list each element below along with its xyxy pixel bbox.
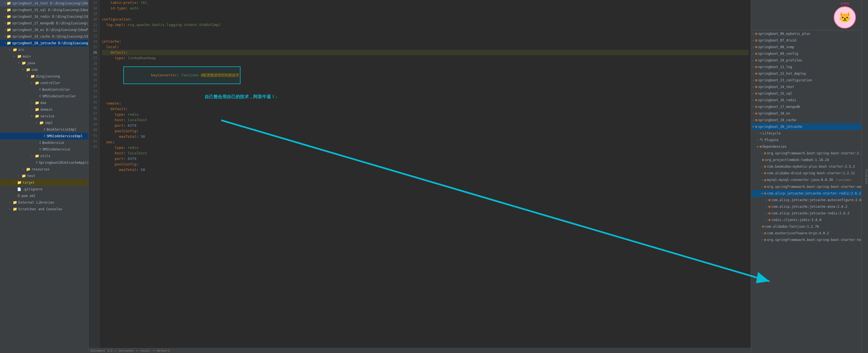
folder-icon: 📁 <box>7 14 11 19</box>
annotation-text: 自己整合用自己的技术，阿里牛逼！↓ <box>205 94 278 100</box>
tree-label: resources <box>32 167 50 172</box>
line-numbers: 17 18 19 20 21 22 23 24 25 26 27 28 29 3… <box>89 0 99 348</box>
dep-kryo[interactable]: › ▦ com.esotericsoftware:kryo:4.0.2 <box>751 230 861 237</box>
arrow-icon <box>35 120 39 126</box>
tree-label: .gitignore <box>22 186 42 192</box>
tree-item-src[interactable]: 📁 src <box>0 47 88 53</box>
dep-fastjson[interactable]: ▦ com.alibaba:fastjson:1.2.76 <box>751 223 861 230</box>
tree-item-com[interactable]: 📁 com <box>0 66 88 73</box>
dep-label: Lifecycle <box>763 130 781 136</box>
dep-springboot14[interactable]: › ▦ springboot_14_test <box>751 84 861 90</box>
maven-panel: 辛苦啦 😾 › ▦ springboot_06_mybatis_plus › ▦… <box>751 0 861 353</box>
tree-item-springboot16[interactable]: 📁 springboot_16_redis D:\DingJiaxiong\Id… <box>0 13 88 20</box>
tree-item-springboot15[interactable]: 📁 springboot_15_sql D:\DingJiaxiong\Idea… <box>0 7 88 13</box>
xml-icon: 🗒 <box>17 193 21 199</box>
tree-item-springboot14[interactable]: 📁 springboot_14_test D:\DingJiaxiong\Ide… <box>0 0 88 7</box>
tree-item-external-libs[interactable]: 📁 External Libraries <box>0 199 88 206</box>
tree-item-springboot20[interactable]: 📁 springboot_20_jetcache D:\DingJiaxiong… <box>0 40 88 47</box>
folder-icon: 📁 <box>35 107 39 112</box>
dep-plugins[interactable]: › 🔌 Plugins <box>751 137 861 143</box>
dep-mysql[interactable]: › ▦ mysql:mysql-connector-java:8.0.30 (r… <box>751 177 861 183</box>
dep-springboot19[interactable]: › ▦ springboot_19_cache <box>751 117 861 123</box>
tree-item-domain[interactable]: 📁 domain <box>0 106 88 113</box>
tree-label: src <box>18 47 24 53</box>
tree-item-bookserviceimpl[interactable]: C BookServiceImpl <box>0 126 88 133</box>
dep-jetcache-anno[interactable]: › ▦ com.alicp.jetcache:jetcache-anno:2.6… <box>751 203 861 210</box>
code-line-28: keyConvertor: fastjson #配置数据类型转换技术 <box>102 61 749 90</box>
tree-label: java <box>27 60 35 66</box>
tree-item-gitignore[interactable]: 📄 .gitignore <box>0 186 88 193</box>
dep-springboot08[interactable]: › ▦ springboot_08_ssmp <box>751 44 861 50</box>
tree-item-dingjiaxiong[interactable]: 📁 dingjiaxiong <box>0 73 88 80</box>
tree-item-dao[interactable]: 📁 dao <box>0 99 88 106</box>
dep-spring-web[interactable]: › ▦ org.springframework.boot:spring-boot… <box>751 183 861 190</box>
tree-item-test[interactable]: 📁 test <box>0 173 88 179</box>
file-tree-panel: 📁 springboot_14_test D:\DingJiaxiong\Ide… <box>0 0 89 353</box>
arrow-icon <box>22 167 25 172</box>
dep-springboot12[interactable]: › ▦ springboot_12_hot_deploy <box>751 70 861 77</box>
code-content[interactable]: table-prefix: tbl_ id-type: auto configu… <box>99 0 751 348</box>
dep-mybatis-plus[interactable]: › ▦ com.baomidou:mybatis-plus-boot-start… <box>751 163 861 170</box>
dep-springboot13[interactable]: › ▦ springboot_13_configuration <box>751 77 861 84</box>
dep-jedis[interactable]: › ▦ redis.clients:jedis:3.8.0 <box>751 216 861 223</box>
arrow-icon <box>4 21 6 26</box>
dep-druid[interactable]: › ▦ com.alibaba:druid-spring-boot-starte… <box>751 170 861 177</box>
tree-item-service[interactable]: 📁 service <box>0 113 88 119</box>
line-num-17: 17 <box>91 0 97 5</box>
code-line-37: maxTotal: 50 <box>102 134 749 140</box>
tree-item-scratches[interactable]: 📁 Scratches and Consoles <box>0 206 88 212</box>
tree-item-smscodeserviceimpl[interactable]: C SMSCodeServiceImpl <box>0 133 88 140</box>
tree-label: Springboot20JetcacheApplicat... <box>39 160 89 166</box>
tree-item-resources[interactable]: 📁 resources <box>0 166 88 173</box>
dep-spring-test[interactable]: › ▦ org.springframework.boot:spring-boot… <box>751 237 861 243</box>
dep-lombok[interactable]: ▦ org.projectlombok:lombok:1.18.24 <box>751 156 861 163</box>
tree-item-smscodeservice[interactable]: I SMSCodeService <box>0 146 88 153</box>
line-num-34: 34 <box>91 94 97 99</box>
dep-label: org.springframework.boot:spring-boot-sta… <box>767 237 861 243</box>
tree-item-springboot17[interactable]: 📁 springboot_17_mongodb D:\DingJiaxiong\… <box>0 20 88 27</box>
dep-label: springboot_19_cache <box>758 117 796 123</box>
tree-item-target[interactable]: 📁 target <box>0 179 88 186</box>
dep-dependencies[interactable]: ▾ ▦ Dependencies <box>751 143 861 150</box>
dep-springboot09[interactable]: › ▦ springboot_09_config <box>751 50 861 57</box>
tree-item-java[interactable]: 📁 java <box>0 60 88 66</box>
dep-label: com.alibaba:fastjson:1.2.76 <box>765 224 819 229</box>
dep-springboot16[interactable]: › ▦ springboot_16_redis <box>751 97 861 104</box>
tree-item-bookservice[interactable]: I BookService <box>0 140 88 146</box>
dep-label: com.alicp.jetcache:jetcache-anno:2.6.2 <box>772 204 847 209</box>
code-line-31: remote: <box>102 101 749 106</box>
dep-springboot07[interactable]: › ▦ springboot_07_druid <box>751 37 861 44</box>
tree-label: com <box>32 67 38 72</box>
line-num-19: 19 <box>91 11 97 17</box>
dep-lifecycle[interactable]: › ⚙ Lifecycle <box>751 130 861 137</box>
dep-springboot17[interactable]: › ▦ springboot_17_mongodb <box>751 104 861 110</box>
dep-springboot18[interactable]: › ▦ springboot_18_es <box>751 110 861 117</box>
tree-item-pomxml[interactable]: 🗒 pom.xml <box>0 193 88 199</box>
tree-item-smscodecontroller[interactable]: C SMSCodeController <box>0 93 88 99</box>
java-icon: C <box>44 133 45 139</box>
code-line-33: type: redis <box>102 112 749 117</box>
dep-jetcache-autoconfigure[interactable]: › ▦ com.alicp.jetcache:jetcache-autoconf… <box>751 197 861 203</box>
dep-springboot10[interactable]: › ▦ springboot_10_profiles <box>751 57 861 64</box>
code-line-27: type: linkedhashmap <box>102 55 749 61</box>
code-line-36: poolConfig: <box>102 128 749 134</box>
tree-item-springboot18[interactable]: 📁 springboot_18_es D:\DingJiaxiong\IdeaP… <box>0 27 88 33</box>
dep-springboot20[interactable]: ▾ ▦ springboot_20_jetcache <box>751 123 861 130</box>
tree-item-main[interactable]: 📁 main <box>0 53 88 60</box>
tree-item-bookcontroller[interactable]: C BookController <box>0 86 88 93</box>
tree-label: SMSCodeService <box>42 147 70 152</box>
line-num-38: 38 <box>91 116 97 122</box>
dep-spring-boot-starter[interactable]: › ▦ org.springframework.boot:spring-boot… <box>751 150 861 156</box>
line-num-31: 31 <box>91 78 97 83</box>
java-icon: C <box>44 127 45 132</box>
tree-item-controller[interactable]: 📁 controller <box>0 80 88 86</box>
dep-springboot15[interactable]: › ▦ springboot_15_sql <box>751 90 861 97</box>
tree-item-utils[interactable]: 📁 utils <box>0 153 88 159</box>
dep-springboot06[interactable]: › ▦ springboot_06_mybatis_plus <box>751 30 861 37</box>
tree-item-springboot19[interactable]: 📁 springboot_19_cache D:\DingJiaxiong\Id… <box>0 33 88 40</box>
dep-springboot11[interactable]: › ▦ springboot_11_log <box>751 64 861 70</box>
tree-item-application[interactable]: C Springboot20JetcacheApplicat... <box>0 159 88 166</box>
dep-jetcache-redis[interactable]: ▾ ▦ com.alicp.jetcache:jetcache-starter-… <box>751 190 861 197</box>
tree-item-impl[interactable]: 📁 impl <box>0 119 88 126</box>
dep-jetcache-redis2[interactable]: › ▦ com.alicp.jetcache:jetcache-redis:2.… <box>751 210 861 216</box>
